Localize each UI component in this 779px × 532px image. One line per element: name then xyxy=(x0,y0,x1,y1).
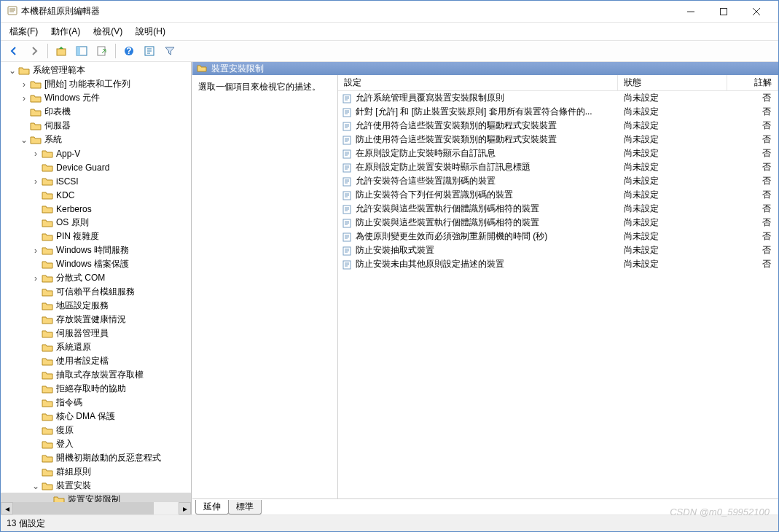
setting-label: 允許系統管理員覆寫裝置安裝限制原則 xyxy=(356,92,504,104)
tree-node-sysrestore[interactable]: 系統還原 xyxy=(1,340,191,354)
tree-node-script[interactable]: 指令碼 xyxy=(1,396,191,410)
expand-icon[interactable]: › xyxy=(30,176,42,187)
content-title: 裝置安裝限制 xyxy=(211,63,264,75)
folder-icon xyxy=(42,411,53,423)
folder-icon xyxy=(42,217,53,229)
properties-button[interactable] xyxy=(141,42,158,60)
list-row[interactable]: 針對 [允許] 和 [防止裝置安裝原則] 套用所有裝置符合條件的...尚未設定否 xyxy=(338,105,778,119)
tab-extended[interactable]: 延伸 xyxy=(195,500,229,515)
tree-node-wintime[interactable]: ›Windows 時間服務 xyxy=(1,243,191,257)
up-button[interactable] xyxy=(52,42,70,60)
tree-node-login[interactable]: 登入 xyxy=(1,437,191,451)
tree-node-start[interactable]: ›[開始] 功能表和工作列 xyxy=(1,77,191,91)
tree-label: App-V xyxy=(56,149,80,159)
filter-button[interactable] xyxy=(161,42,179,60)
tree-node-wincomp[interactable]: ›Windows 元件 xyxy=(1,91,191,105)
tree-node-recover[interactable]: 復原 xyxy=(1,423,191,437)
tree-hscroll[interactable]: ◂ ▸ xyxy=(1,502,191,515)
folder-icon xyxy=(42,148,53,160)
setting-icon xyxy=(342,93,353,103)
tree-node-gpolicy[interactable]: 群組原則 xyxy=(1,465,191,479)
setting-label: 允許安裝符合這些裝置識別碼的裝置 xyxy=(356,175,496,187)
minimize-button[interactable] xyxy=(674,1,707,22)
list-row[interactable]: 為使原則變更生效而必須強制重新開機的時間 (秒)尚未設定否 xyxy=(338,230,778,243)
tree-node-iscsi[interactable]: ›iSCSI xyxy=(1,174,191,188)
tree-node-tpm[interactable]: 可信賴平台模組服務 xyxy=(1,285,191,299)
tree-pane[interactable]: ⌄系統管理範本 ›[開始] 功能表和工作列 ›Windows 元件 印表機 伺服… xyxy=(1,62,192,515)
tree-node-denyhelp[interactable]: 拒絕存取時的協助 xyxy=(1,382,191,396)
expand-icon[interactable]: › xyxy=(30,246,42,256)
collapse-icon[interactable]: ⌄ xyxy=(7,66,18,76)
col-setting[interactable]: 設定 xyxy=(338,75,618,90)
show-hide-tree-button[interactable] xyxy=(73,42,90,60)
tree-node-printer[interactable]: 印表機 xyxy=(1,105,191,119)
list-row[interactable]: 防止安裝未由其他原則設定描述的裝置尚未設定否 xyxy=(338,257,778,271)
expand-icon[interactable]: › xyxy=(18,79,30,90)
collapse-icon[interactable]: ⌄ xyxy=(18,135,30,145)
expand-icon[interactable]: › xyxy=(30,149,42,159)
tree-node-kerberos[interactable]: Kerberos xyxy=(1,202,191,216)
list-header: 設定 狀態 註解 xyxy=(338,75,778,91)
tree-label: 伺服器管理員 xyxy=(56,327,109,340)
maximize-button[interactable] xyxy=(707,1,740,22)
menu-help[interactable]: 說明(H) xyxy=(130,24,171,39)
tree-label: 可信賴平台模組服務 xyxy=(56,286,135,298)
list-row[interactable]: 防止安裝與這些裝置執行個體識別碼相符的裝置尚未設定否 xyxy=(338,216,778,230)
tree-node-system[interactable]: ⌄系統 xyxy=(1,133,191,146)
menu-file[interactable]: 檔案(F) xyxy=(4,24,44,39)
tree-node-admtemplates[interactable]: ⌄系統管理範本 xyxy=(1,63,191,77)
tree-node-kdc[interactable]: KDC xyxy=(1,188,191,202)
list-row[interactable]: 在原則設定防止安裝時顯示自訂訊息尚未設定否 xyxy=(338,146,778,160)
forward-button[interactable] xyxy=(26,42,43,60)
tree-node-server[interactable]: 伺服器 xyxy=(1,119,191,133)
list-row[interactable]: 允許安裝與這些裝置執行個體識別碼相符的裝置尚未設定否 xyxy=(338,202,778,216)
back-button[interactable] xyxy=(5,42,23,60)
tree-node-dma[interactable]: 核心 DMA 保護 xyxy=(1,410,191,423)
help-button[interactable]: ? xyxy=(120,42,138,60)
tree-node-appv[interactable]: ›App-V xyxy=(1,146,191,160)
tree-node-devguard[interactable]: Device Guard xyxy=(1,160,191,174)
scroll-right-icon[interactable]: ▸ xyxy=(179,502,191,515)
tree-node-removable[interactable]: 抽取式存放裝置存取權 xyxy=(1,368,191,382)
close-button[interactable] xyxy=(740,1,772,22)
folder-icon xyxy=(30,79,42,90)
scroll-left-icon[interactable]: ◂ xyxy=(1,502,13,515)
list-row[interactable]: 防止安裝符合下列任何裝置識別碼的裝置尚未設定否 xyxy=(338,188,778,202)
folder-icon xyxy=(42,189,53,201)
tree-node-userset[interactable]: 使用者設定檔 xyxy=(1,354,191,368)
expand-icon[interactable]: › xyxy=(30,273,42,283)
folder-icon xyxy=(42,245,53,257)
tree-node-pin[interactable]: PIN 複雜度 xyxy=(1,230,191,243)
tree-node-ospolicy[interactable]: OS 原則 xyxy=(1,216,191,230)
tree-node-devinstall[interactable]: ⌄裝置安裝 xyxy=(1,479,191,493)
status-bar: 13 個設定 xyxy=(1,515,778,531)
tree-label: Windows 元件 xyxy=(44,92,100,104)
tree-label: 伺服器 xyxy=(44,120,71,132)
menu-view[interactable]: 檢視(V) xyxy=(87,24,128,39)
tree-node-locale[interactable]: 地區設定服務 xyxy=(1,299,191,313)
list-row[interactable]: 允許系統管理員覆寫裝置安裝限制原則尚未設定否 xyxy=(338,91,778,105)
tree-node-earlylaunch[interactable]: 開機初期啟動的反惡意程式 xyxy=(1,451,191,465)
folder-icon xyxy=(42,176,53,187)
tree-node-srvmgr[interactable]: 伺服器管理員 xyxy=(1,326,191,340)
state-cell: 尚未設定 xyxy=(618,230,727,243)
menu-action[interactable]: 動作(A) xyxy=(45,24,86,39)
collapse-icon[interactable]: ⌄ xyxy=(30,481,42,491)
list-row[interactable]: 允許安裝符合這些裝置識別碼的裝置尚未設定否 xyxy=(338,174,778,188)
tree-node-winfile[interactable]: Windows 檔案保護 xyxy=(1,257,191,271)
expand-icon[interactable]: › xyxy=(18,93,30,103)
list-row[interactable]: 允許使用符合這些裝置安裝類別的驅動程式安裝裝置尚未設定否 xyxy=(338,119,778,133)
tree-node-dcom[interactable]: ›分散式 COM xyxy=(1,271,191,285)
export-button[interactable] xyxy=(93,42,111,60)
tree-label: 印表機 xyxy=(44,106,71,118)
list-row[interactable]: 在原則設定防止裝置安裝時顯示自訂訊息標題尚未設定否 xyxy=(338,160,778,174)
tab-standard[interactable]: 標準 xyxy=(228,500,262,515)
list-row[interactable]: 防止安裝抽取式裝置尚未設定否 xyxy=(338,243,778,257)
note-cell: 否 xyxy=(727,216,778,229)
tree-node-storage[interactable]: 存放裝置健康情況 xyxy=(1,313,191,326)
col-note[interactable]: 註解 xyxy=(727,75,778,90)
content-pane: 裝置安裝限制 選取一個項目來檢視它的描述。 設定 狀態 註解 允許系統管理員覆寫… xyxy=(192,62,778,515)
list-row[interactable]: 防止使用符合這些裝置安裝類別的驅動程式安裝裝置尚未設定否 xyxy=(338,133,778,146)
col-state[interactable]: 狀態 xyxy=(618,75,727,90)
scroll-thumb[interactable] xyxy=(13,502,154,515)
